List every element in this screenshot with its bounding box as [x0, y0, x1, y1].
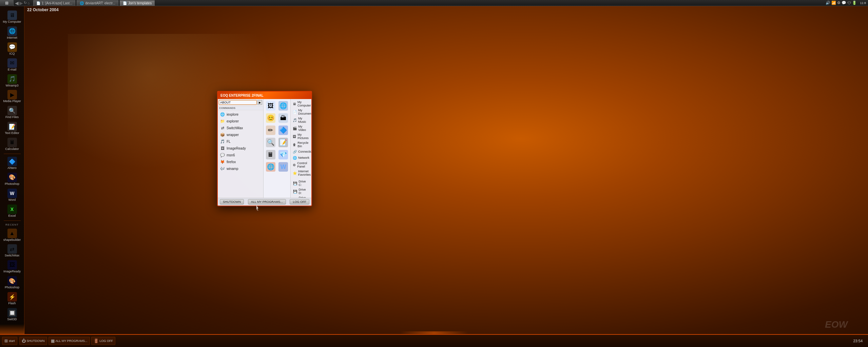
icon-gem[interactable]: 💎: [278, 149, 289, 160]
nav-arrows: ◀ ▶ ↻ ⌂: [14, 0, 31, 6]
tray-icon-1[interactable]: 🔊: [826, 1, 830, 5]
shutdown-button[interactable]: SHUTDOWN: [220, 199, 244, 205]
right-recycle-bin[interactable]: 🗑 Recycle Bin: [291, 140, 311, 149]
all-programs-taskbar-icon: ▦: [51, 339, 55, 343]
ql-my-computer[interactable]: 🖥 My Computer: [1, 9, 23, 25]
refresh-icon[interactable]: ↻: [24, 1, 27, 5]
start-button-top[interactable]: ⊞: [0, 0, 14, 6]
ql-text-editor[interactable]: 📝 Text Editor: [1, 121, 23, 136]
shutdown-taskbar-icon: ⏻: [22, 339, 26, 343]
ql-separator-1: [4, 154, 21, 154]
icon-emoji[interactable]: 😊: [265, 113, 276, 123]
right-internet-favorites[interactable]: ⭐ Internet Favorites: [291, 169, 311, 177]
prog-winamp[interactable]: 🎶 winamp: [218, 165, 263, 172]
logoff-button[interactable]: LOG OFF: [290, 199, 309, 205]
ql-imageready[interactable]: 🖼 ImageReady: [1, 259, 23, 274]
icon-mountain[interactable]: 🏔: [278, 113, 289, 123]
menu-places-panel: 🖥 My Computer 📄 My Documents 🎵 My Music …: [291, 99, 311, 198]
home-icon[interactable]: ⌂: [27, 1, 30, 5]
shutdown-taskbar-item[interactable]: ⏻ SHUTDOWN: [19, 337, 47, 345]
logoff-taskbar-label: LOG OFF: [100, 339, 113, 343]
ql-find-files[interactable]: 🔍 Find Files: [1, 105, 23, 120]
ql-recent-label: RECENT: [5, 223, 19, 226]
right-my-video[interactable]: 🎬 My Video: [291, 124, 311, 132]
prog-imageready[interactable]: 🖼 ImageReady: [218, 145, 263, 152]
icon-diamond[interactable]: 🔷: [278, 125, 289, 136]
menu-search-bar: ▶: [218, 99, 263, 106]
right-my-pictures[interactable]: 🖼 My Pictures: [291, 132, 311, 140]
menu-programs-panel: ▶ COMMANDS 🌐 iexplore 📁 explorer ⇄ Switc…: [218, 99, 264, 198]
address-bar: 📄 1: [Ani-Kraze] Last... 🌐 deviantART: e…: [31, 0, 157, 6]
prog-switchmax[interactable]: ⇄ SwitchMax: [218, 124, 263, 131]
right-network[interactable]: 🌐 Network: [291, 155, 311, 161]
tab-item-1[interactable]: 📄 1: [Ani-Kraze] Last...: [33, 0, 76, 6]
right-my-documents[interactable]: 📄 My Documents: [291, 108, 311, 116]
taskbar-start-button[interactable]: ⊞ start: [2, 337, 17, 345]
ql-flash[interactable]: ⚡ Flash: [1, 291, 23, 306]
icon-globe[interactable]: 🌐: [265, 161, 276, 172]
ql-shapebuilder[interactable]: ▲ shapebuilder: [1, 228, 23, 243]
start-icon: ⊞: [4, 339, 8, 343]
tray-icon-2[interactable]: 📶: [831, 1, 836, 5]
ql-excel[interactable]: X Excel: [1, 204, 23, 219]
quicklaunch-sidebar: 🖥 My Computer 🌐 Internet 💬 ICQ ✉ E-mail …: [0, 6, 24, 333]
prog-msn6[interactable]: 💬 msn6: [218, 152, 263, 158]
icon-grid: 🖼 🌐 😊 🏔 ✏ 🔷 🔍: [265, 100, 289, 172]
ql-email[interactable]: ✉ E-mail: [1, 57, 23, 73]
icon-ie[interactable]: 🌐: [278, 100, 289, 111]
right-my-computer[interactable]: 🖥 My Computer: [291, 100, 311, 108]
prog-iexplore[interactable]: 🌐 iexplore: [218, 111, 263, 118]
forward-arrow[interactable]: ▶: [19, 0, 23, 6]
date-display: 22 October 2004: [27, 7, 59, 12]
prog-firefox[interactable]: 🦊 firefox: [218, 158, 263, 165]
icon-word[interactable]: W: [278, 161, 289, 172]
tray-icon-5[interactable]: 🛡: [847, 1, 851, 5]
back-arrow[interactable]: ◀: [15, 0, 19, 6]
all-programs-taskbar-item[interactable]: ▦ ALL MY PROGRAMS...: [49, 337, 90, 345]
right-my-music[interactable]: 🎵 My Music: [291, 116, 311, 124]
ql-calculator[interactable]: 🖩 Calculator: [1, 137, 23, 152]
prog-explorer[interactable]: 📁 explorer: [218, 118, 263, 124]
ql-media-player[interactable]: ▶ Media Player: [1, 89, 23, 104]
right-connections[interactable]: 🔗 Connections: [291, 149, 311, 155]
drive-c[interactable]: 💾 Drive C:: [291, 179, 311, 187]
tab-item-3[interactable]: 📄 Jon's templates: [120, 0, 155, 6]
ql-winamp3[interactable]: 🎵 Winamp3: [1, 73, 23, 89]
taskbar-top: ⊞ ◀ ▶ ↻ ⌂ 📄 1: [Ani-Kraze] Last... 🌐 dev…: [0, 0, 868, 6]
right-control-panel[interactable]: ⚙ Control Panel: [291, 161, 311, 169]
clock-display: 11:8: [860, 1, 866, 5]
tab-item-2[interactable]: 🌐 deviantART: electr...: [77, 0, 118, 6]
icon-pencil[interactable]: ✏: [265, 125, 276, 136]
ql-photoshop-1[interactable]: 🎨 Photoshop: [1, 172, 23, 187]
tray-icon-3[interactable]: ⚙: [837, 1, 841, 5]
prog-fl[interactable]: 🎵 FL: [218, 138, 263, 145]
logoff-taskbar-icon: 🚪: [94, 339, 99, 343]
start-label: start: [9, 339, 15, 343]
tray-icon-4[interactable]: 💬: [842, 1, 846, 5]
shutdown-taskbar-label: SHUTDOWN: [27, 339, 45, 343]
icon-calc[interactable]: 🖩: [265, 149, 276, 160]
search-input[interactable]: [219, 100, 257, 105]
logoff-taskbar-item[interactable]: 🚪 LOG OFF: [91, 337, 116, 345]
all-programs-button[interactable]: ALL MY PROGRAMS...: [248, 199, 286, 205]
tray-icon-6[interactable]: 🔋: [852, 1, 857, 5]
ql-swit3d[interactable]: 🔲 Swit3D: [1, 307, 23, 322]
icon-search[interactable]: 🔍: [265, 137, 276, 148]
eow-watermark: EOW: [825, 319, 848, 330]
programs-list: 🌐 iexplore 📁 explorer ⇄ SwitchMax 📦 wrap…: [218, 110, 263, 198]
drive-d[interactable]: 💾 Drive D:: [291, 187, 311, 195]
search-button[interactable]: ▶: [257, 100, 262, 105]
menu-icons-panel: 🖼 🌐 😊 🏔 ✏ 🔷 🔍: [264, 99, 291, 198]
ql-internet[interactable]: 🌐 Internet: [1, 25, 23, 41]
start-menu-header: EOQ ENTERPRISE 2FINAL: [218, 92, 311, 99]
ql-ahtero[interactable]: 🔷 Ahtero: [1, 156, 23, 171]
ql-icq[interactable]: 💬 ICQ: [1, 41, 23, 57]
ql-switchmax[interactable]: ⇄ SwitchMax: [1, 243, 23, 258]
ql-word[interactable]: W Word: [1, 188, 23, 203]
icon-notes[interactable]: 📝: [278, 137, 289, 148]
commands-section-title: COMMANDS: [218, 106, 263, 110]
prog-wrapper[interactable]: 📦 wrapper: [218, 131, 263, 138]
icon-pictures[interactable]: 🖼: [265, 100, 276, 111]
ql-photoshop-2[interactable]: 🎨 Photoshop: [1, 275, 23, 290]
drive-e[interactable]: 💾 Drive E:: [291, 195, 311, 198]
